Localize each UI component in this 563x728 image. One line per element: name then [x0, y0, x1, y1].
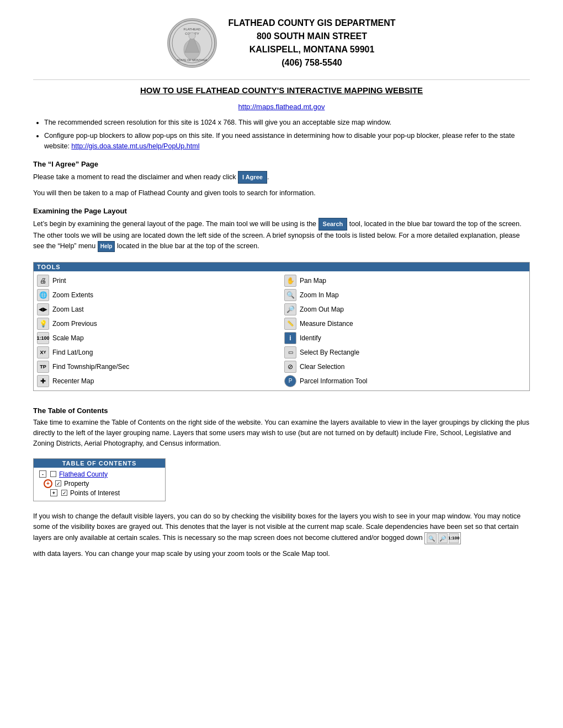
- tool-parcel-label: Parcel Information Tool: [300, 377, 368, 385]
- tool-clear-sel: ⊘ Clear Selection: [284, 360, 526, 374]
- tool-zoom-prev: 💡 Zoom Previous: [37, 317, 279, 331]
- zoom-tools-inline: 🔍 🔎 1:100: [424, 532, 461, 544]
- tool-find-latlong: XY Find Lat/Long: [37, 345, 279, 360]
- tool-pan-label: Pan Map: [300, 277, 326, 285]
- tool-zoom-in: 🔍 Zoom In Map: [284, 288, 526, 302]
- city-state: KALISPELL, MONTANA 59901: [249, 45, 375, 54]
- layout-heading: Examining the Page Layout: [33, 207, 530, 215]
- tool-recenter-label: Recenter Map: [52, 377, 94, 385]
- recenter-icon: ✚: [37, 375, 49, 387]
- tools-header: TOOLS: [34, 263, 529, 271]
- tools-body: 🖨 Print 🌐 Zoom Extents ◀▶ Zoom Last 💡 Zo…: [34, 271, 529, 390]
- toc-para2: If you wish to change the default visibl…: [33, 511, 530, 545]
- tool-zoom-out-label: Zoom Out Map: [300, 306, 344, 313]
- clear-sel-icon: ⊘: [284, 361, 296, 373]
- iagree-section: The “I Agree” Page Please take a moment …: [33, 160, 530, 199]
- address: 800 SOUTH MAIN STREET: [257, 31, 367, 41]
- popup-link[interactable]: http://gis.doa.state.mt.us/help/PopUp.ht…: [71, 142, 199, 150]
- toc-row-poi: + ✓ Points of Interest: [50, 489, 160, 497]
- toc-widget: TABLE OF CONTENTS - Flathead County + ✓ …: [33, 458, 166, 501]
- bullet-2: Configure pop-up blockers to allow pop-u…: [44, 131, 530, 152]
- tools-left-col: 🖨 Print 🌐 Zoom Extents ◀▶ Zoom Last 💡 Zo…: [37, 274, 279, 388]
- tool-zoom-last-label: Zoom Last: [52, 306, 84, 313]
- find-latlong-icon: XY: [37, 346, 49, 358]
- toc-para3: with data layers. You can change your ma…: [33, 549, 530, 559]
- measure-icon: 📏: [284, 318, 296, 330]
- tool-find-township-label: Find Township/Range/Sec: [52, 363, 129, 371]
- phone: (406) 758-5540: [282, 58, 342, 67]
- find-township-icon: TP: [37, 361, 49, 373]
- toc-plus-property[interactable]: +: [44, 479, 52, 488]
- toc-widget-header: TABLE OF CONTENTS: [34, 459, 165, 468]
- bullet-1: The recommended screen resolution for th…: [44, 117, 530, 128]
- select-rect-icon: ▭: [284, 346, 296, 358]
- tool-zoom-last: ◀▶ Zoom Last: [37, 302, 279, 317]
- tool-zoom-prev-label: Zoom Previous: [52, 320, 97, 328]
- help-button[interactable]: Help: [98, 241, 115, 252]
- zoom-out-icon: 🔎: [284, 303, 296, 315]
- zoom-prev-icon: 💡: [37, 318, 49, 330]
- toc-check-flathead[interactable]: [50, 471, 56, 477]
- toc-label-poi: Points of Interest: [70, 489, 120, 497]
- tool-print-label: Print: [52, 277, 66, 285]
- svg-text:STATE OF MONTANA: STATE OF MONTANA: [177, 58, 208, 62]
- tool-measure-label: Measure Distance: [300, 320, 353, 328]
- zoom-out-small-icon: 🔎: [438, 533, 448, 543]
- tools-table: TOOLS 🖨 Print 🌐 Zoom Extents ◀▶ Zoom Las…: [33, 262, 530, 391]
- tool-select-rect-label: Select By Rectangle: [300, 349, 359, 356]
- identify-icon: i: [284, 332, 296, 344]
- tool-identify-label: Identify: [300, 334, 321, 342]
- layout-para: Let’s begin by examining the general lay…: [33, 218, 530, 252]
- org-name: FLATHEAD COUNTY GIS DEPARTMENT: [228, 18, 395, 28]
- tool-zoom-out: 🔎 Zoom Out Map: [284, 302, 526, 317]
- toc-para1: Take time to examine the Table of Conten…: [33, 417, 530, 449]
- toc-label-property: Property: [64, 480, 89, 488]
- iagree-para1: Please take a moment to read the disclai…: [33, 171, 530, 184]
- tools-right-col: ✋ Pan Map 🔍 Zoom In Map 🔎 Zoom Out Map 📏…: [284, 274, 526, 388]
- print-icon: 🖨: [37, 275, 49, 287]
- tool-print: 🖨 Print: [37, 274, 279, 288]
- toc-widget-body: - Flathead County + ✓ Property + ✓ Point…: [34, 468, 165, 501]
- tool-parcel: P Parcel Information Tool: [284, 374, 526, 388]
- tool-recenter: ✚ Recenter Map: [37, 374, 279, 388]
- toc-check-poi[interactable]: ✓: [61, 490, 67, 496]
- header-divider: [33, 79, 530, 80]
- toc-row-property: + ✓ Property: [44, 479, 160, 489]
- tool-find-township: TP Find Township/Range/Sec: [37, 360, 279, 374]
- page-title: HOW TO USE FLATHEAD COUNTY'S INTERACTIVE…: [33, 85, 530, 95]
- website-link-container: http://maps.flathead.mt.gov: [33, 103, 530, 111]
- tool-zoom-in-label: Zoom In Map: [300, 291, 339, 299]
- toc-expand-flathead[interactable]: -: [39, 470, 46, 478]
- iagree-heading: The “I Agree” Page: [33, 160, 530, 168]
- tool-measure: 📏 Measure Distance: [284, 317, 526, 331]
- zoom-in-small-icon: 🔍: [427, 533, 437, 543]
- search-button[interactable]: Search: [318, 218, 348, 231]
- page-header: FLATHEAD COUNTY STATE OF MONTANA FLATHEA…: [33, 17, 530, 69]
- toc-check-property[interactable]: ✓: [55, 480, 61, 486]
- tool-select-rect: ▭ Select By Rectangle: [284, 345, 526, 360]
- tool-scale-map-label: Scale Map: [52, 334, 84, 342]
- county-seal: FLATHEAD COUNTY STATE OF MONTANA: [167, 18, 217, 68]
- iagree-button[interactable]: I Agree: [238, 171, 267, 184]
- iagree-para2: You will then be taken to a map of Flath…: [33, 188, 530, 199]
- parcel-icon: P: [284, 375, 296, 387]
- tool-clear-sel-label: Clear Selection: [300, 363, 344, 371]
- toc-expand-poi[interactable]: +: [50, 489, 57, 496]
- tool-zoom-extents-label: Zoom Extents: [52, 291, 93, 299]
- toc-section: The Table of Contents Take time to exami…: [33, 406, 530, 560]
- scale-map-icon: 1:100: [37, 332, 49, 344]
- intro-bullets: The recommended screen resolution for th…: [44, 117, 530, 151]
- svg-point-6: [189, 33, 195, 39]
- toc-row-flathead: - Flathead County: [39, 470, 160, 479]
- header-text: FLATHEAD COUNTY GIS DEPARTMENT 800 SOUTH…: [228, 17, 395, 69]
- tool-identify: i Identify: [284, 331, 526, 345]
- zoom-in-icon: 🔍: [284, 289, 296, 301]
- tool-zoom-extents: 🌐 Zoom Extents: [37, 288, 279, 302]
- zoom-last-icon: ◀▶: [37, 303, 49, 315]
- website-link[interactable]: http://maps.flathead.mt.gov: [238, 103, 325, 111]
- tool-pan: ✋ Pan Map: [284, 274, 526, 288]
- svg-text:FLATHEAD: FLATHEAD: [184, 28, 201, 31]
- scale-small-icon: 1:100: [449, 533, 459, 543]
- pan-icon: ✋: [284, 275, 296, 287]
- tool-scale-map: 1:100 Scale Map: [37, 331, 279, 345]
